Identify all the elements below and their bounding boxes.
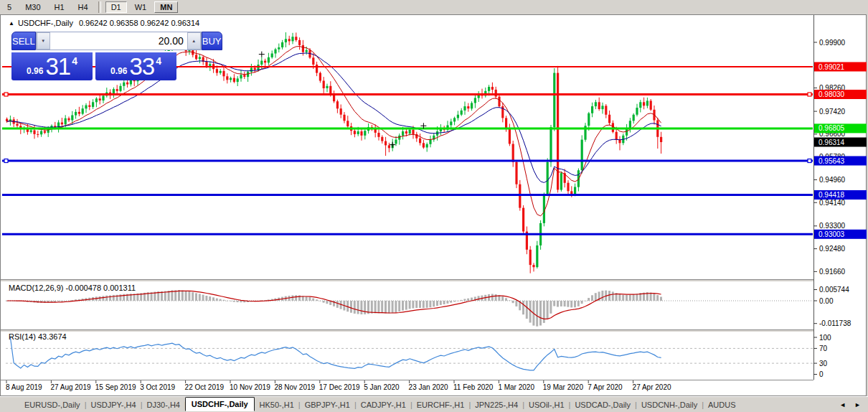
sell-price-pipette: 4 [72, 55, 77, 67]
symbol-tab-cadjpy-h1[interactable]: CADJPY-,H1 [355, 398, 412, 411]
symbol-tab-usdchf-daily[interactable]: USDCHF-,Daily [185, 397, 255, 411]
buy-button[interactable]: BUY [202, 32, 222, 50]
symbol-tab-bar: EURUSD-,Daily|USDJPY-,H4|DJ30-,H4|USDCHF… [0, 396, 868, 412]
rsi-indicator-label: RSI(14) 43.3674 [9, 332, 67, 341]
symbol-tab-usdjpy-h4[interactable]: USDJPY-,H4 [85, 398, 141, 411]
sell-price-big-digits: 31 [45, 55, 70, 78]
arrow-down-icon: ▼ [41, 39, 45, 43]
buy-price-display[interactable]: 0.96 33 4 [95, 51, 176, 80]
volume-input[interactable] [50, 32, 187, 50]
chart-title: ▲USDCHF-,Daily0.96242 0.96358 0.96242 0.… [9, 19, 199, 27]
symbol-tab-audus[interactable]: AUDUS [702, 398, 742, 411]
timeframe-button-m30[interactable]: M30 [19, 1, 46, 13]
volume-increase-button[interactable]: ▲ [187, 32, 201, 50]
chart-symbol-label: USDCHF-,Daily [18, 19, 73, 27]
timeframe-button-h4[interactable]: H4 [72, 1, 94, 13]
symbol-tab-gbpjpy-h1[interactable]: GBPJPY-,H1 [299, 398, 356, 411]
timeframe-button-w1[interactable]: W1 [129, 1, 153, 13]
volume-stepper: ▼ ▲ [36, 32, 202, 50]
buy-price-pipette: 4 [156, 55, 161, 67]
timeframe-button-h1[interactable]: H1 [49, 1, 70, 13]
sell-price-display[interactable]: 0.96 31 4 [11, 51, 93, 80]
symbol-tab-usdcnh-daily[interactable]: USDCNH-,Daily [636, 398, 703, 411]
symbol-tab-eurusd-daily[interactable]: EURUSD-,Daily [19, 398, 86, 411]
symbol-tab-dj30-h4[interactable]: DJ30-,H4 [141, 398, 186, 411]
tab-scroll-right-button[interactable]: ► [854, 401, 861, 408]
timeframe-toolbar: 5M30H1H4D1W1MN [0, 0, 868, 14]
symbol-tabs: EURUSD-,Daily|USDJPY-,H4|DJ30-,H4|USDCHF… [19, 398, 742, 412]
symbol-tab-hk50-h1[interactable]: HK50-,H1 [254, 398, 300, 411]
timeframe-button-d1[interactable]: D1 [105, 1, 127, 13]
volume-decrease-button[interactable]: ▼ [37, 32, 50, 50]
collapse-icon: ▲ [9, 20, 14, 27]
symbol-tab-eurchf-h1[interactable]: EURCHF-,H1 [411, 398, 471, 411]
sell-button[interactable]: SELL [11, 32, 36, 50]
symbol-tab-usoil-h1[interactable]: USOil-,H1 [523, 398, 570, 411]
timeframe-button-mn[interactable]: MN [154, 1, 178, 13]
buy-price-prefix: 0.96 [110, 66, 127, 76]
tab-scroll-left-button[interactable]: ◄ [839, 401, 846, 408]
symbol-tab-usdcad-daily[interactable]: USDCAD-,Daily [569, 398, 636, 411]
sell-price-prefix: 0.96 [27, 66, 43, 76]
toolbar-separator [98, 1, 101, 13]
symbol-tab-jpn225-h4[interactable]: JPN225-,H4 [469, 398, 524, 411]
arrow-up-icon: ▲ [192, 39, 196, 43]
chart-ohlc-values: 0.96242 0.96358 0.96242 0.96314 [79, 19, 199, 27]
timeframe-button-5[interactable]: 5 [1, 1, 17, 13]
buy-price-big-digits: 33 [129, 55, 154, 78]
macd-indicator-label: MACD(12,26,9) -0.000478 0.001311 [9, 284, 136, 292]
one-click-trading-panel: SELL ▼ ▲ BUY 0.96 31 4 0.96 33 4 [11, 32, 176, 80]
